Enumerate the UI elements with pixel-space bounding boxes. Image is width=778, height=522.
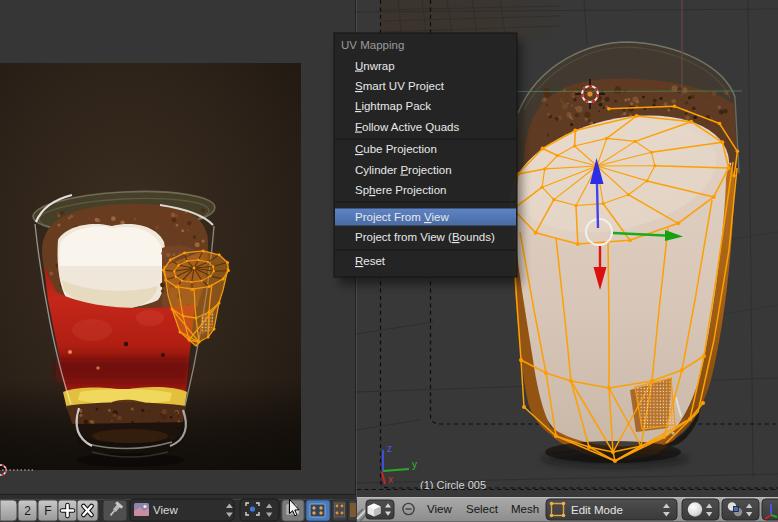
svg-text:Reset: Reset bbox=[355, 255, 386, 267]
svg-text:(1) Circle 005: (1) Circle 005 bbox=[420, 479, 486, 491]
svg-text:F: F bbox=[44, 504, 51, 518]
svg-text:x: x bbox=[388, 474, 393, 485]
svg-text:View: View bbox=[153, 504, 178, 516]
svg-text:Follow Active Quads: Follow Active Quads bbox=[355, 121, 459, 133]
svg-text:Lightmap Pack: Lightmap Pack bbox=[355, 100, 431, 112]
svg-text:Mesh: Mesh bbox=[511, 503, 539, 515]
svg-text:Smart UV Project: Smart UV Project bbox=[355, 80, 445, 92]
svg-text:Cylinder Projection: Cylinder Projection bbox=[355, 164, 452, 176]
svg-text:Cube Projection: Cube Projection bbox=[355, 143, 437, 155]
svg-text:Sphere Projection: Sphere Projection bbox=[355, 184, 446, 196]
svg-text:UV Mapping: UV Mapping bbox=[341, 39, 404, 51]
svg-text:Select: Select bbox=[466, 503, 499, 515]
svg-text:Project From View: Project From View bbox=[355, 211, 449, 223]
svg-text:View: View bbox=[427, 503, 452, 515]
svg-text:Edit Mode: Edit Mode bbox=[571, 504, 623, 516]
svg-text:z: z bbox=[387, 443, 392, 454]
svg-text:2: 2 bbox=[24, 504, 31, 518]
svg-text:y: y bbox=[412, 459, 417, 470]
svg-text:Project from View (Bounds): Project from View (Bounds) bbox=[355, 231, 495, 243]
svg-text:Unwrap: Unwrap bbox=[355, 60, 395, 72]
